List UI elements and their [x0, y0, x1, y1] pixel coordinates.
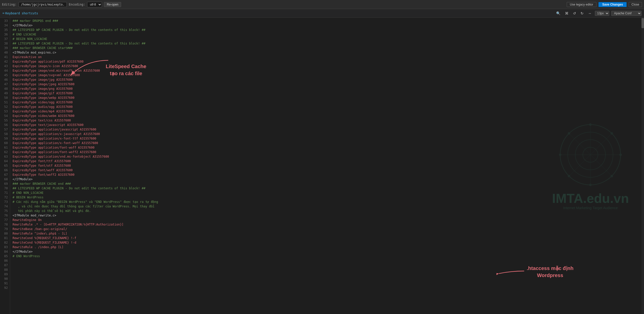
font-size-select[interactable]: 13px 12px 14px 16px [595, 11, 609, 16]
line-number: 37 [2, 37, 8, 41]
line-number: 56 [2, 123, 8, 127]
code-line: </IfModule> [13, 177, 641, 182]
line-number: 74 [2, 204, 8, 209]
code-line: # BEGIN NON_LSCACHE [13, 37, 641, 41]
code-line: ExpiresByType font/ttf A31557600 [13, 159, 641, 163]
line-number: 68 [2, 177, 8, 182]
search-icon[interactable]: 🔍 [555, 11, 562, 16]
code-line: ExpiresByType image/jpg A31557600 [13, 77, 641, 82]
code-line: ExpiresByType image/x-icon A31557600 [13, 64, 641, 68]
code-line: , và chỉ nên được thay đổi thông qua các… [13, 204, 641, 209]
code-line: <IfModule mod_rewrite.c> [13, 213, 641, 218]
code-line: ExpiresByType application/font-woff2 A31… [13, 150, 641, 154]
line-number: 46 [2, 77, 8, 82]
code-line: ExpiresByType video/webm A31557600 [13, 114, 641, 118]
line-number: 69 [2, 182, 8, 186]
line-number: 85 [2, 254, 8, 258]
code-line: ExpiresActive on [13, 55, 641, 59]
code-line: RewriteRule ^index\.php$ - [L] [13, 231, 641, 236]
code-line: ExpiresByType image/webp A31557600 [13, 96, 641, 100]
code-line: tới phần này có thể sẽ bị mất và ghi đè. [13, 209, 641, 213]
line-number: 44 [2, 68, 8, 73]
code-line: </IfModule> [13, 249, 641, 254]
line-number: 60 [2, 141, 8, 145]
code-line: RewriteRule . /index.php [L] [13, 245, 641, 249]
code-line: ExpiresByType video/ogg A31557600 [13, 100, 641, 105]
line-number: 59 [2, 136, 8, 141]
code-line: ExpiresByType audio/ogg A31557600 [13, 105, 641, 109]
keyboard-shortcuts-link[interactable]: Keyboard shortcuts [3, 12, 38, 15]
code-line: ExpiresByType video/mp4 A31557600 [13, 109, 641, 114]
scrollbar-thumb[interactable] [641, 18, 644, 28]
code-line: </IfModule> [13, 23, 641, 28]
line-number: 45 [2, 73, 8, 77]
line-number: 40 [2, 50, 8, 55]
line-number: 34 [2, 23, 8, 28]
scrollbar-vertical[interactable] [641, 18, 644, 314]
code-line: ExpiresByType application/font-woff A315… [13, 145, 641, 150]
line-number: 49 [2, 91, 8, 96]
line-number: 89 [2, 272, 8, 277]
code-line: ## LITESPEED WP CACHE PLUGIN - Do not ed… [13, 186, 641, 191]
code-line: RewriteCond %{REQUEST_FILENAME} !-d [13, 240, 641, 245]
line-number: 77 [2, 218, 8, 222]
code-line: ExpiresByType image/png A31557600 [13, 86, 641, 91]
line-number: 33 [2, 19, 8, 23]
encoding-select[interactable]: utf-8 [87, 2, 102, 7]
code-line: ExpiresByType image/vnd.microsoft.icon A… [13, 68, 641, 73]
code-line: ## LITESPEED WP CACHE PLUGIN - Do not ed… [13, 41, 641, 46]
line-number: 84 [2, 249, 8, 254]
line-number: 62 [2, 150, 8, 154]
line-number: 52 [2, 105, 8, 109]
reopen-button[interactable]: Re-open [104, 2, 121, 7]
line-number: 83 [2, 245, 8, 249]
line-number: 61 [2, 145, 8, 150]
line-number: 66 [2, 168, 8, 172]
code-line: # END WordPress [13, 254, 641, 258]
line-number: 90 [2, 277, 8, 281]
code-line: ExpiresByType application/javascript A31… [13, 127, 641, 132]
code-line: # BEGIN WordPress [13, 195, 641, 200]
line-number: 42 [2, 59, 8, 64]
line-number: 73 [2, 200, 8, 204]
line-number: 86 [2, 258, 8, 263]
redo-icon[interactable]: ↻ [579, 11, 585, 16]
code-line: ExpiresByType application/vnd.ms-fontobj… [13, 154, 641, 159]
line-number: 80 [2, 231, 8, 236]
code-line: ExpiresByType image/jpeg A31557600 [13, 82, 641, 86]
line-number: 48 [2, 86, 8, 91]
wrap-icon[interactable]: ↔ [587, 11, 593, 16]
line-number: 82 [2, 240, 8, 245]
code-line: RewriteEngine On [13, 218, 641, 222]
undo-icon[interactable]: ↺ [572, 11, 577, 16]
code-line: RewriteCond %{REQUEST_FILENAME} !-f [13, 236, 641, 240]
line-number: 53 [2, 109, 8, 114]
line-number: 72 [2, 195, 8, 200]
line-number: 63 [2, 154, 8, 159]
code-line: ExpiresByType image/gif A31557600 [13, 91, 641, 96]
language-select[interactable]: Apache Conf Plain Text PHP JavaScript [611, 11, 641, 16]
legacy-editor-button[interactable]: Use legacy editor [567, 2, 597, 7]
line-number: 78 [2, 222, 8, 227]
file-path: /home/jgcjrpvz/maixepto. [19, 2, 67, 7]
close-button[interactable]: Close [629, 2, 642, 7]
code-line: ExpiresByType image/svg+xml A31557600 [13, 73, 641, 77]
line-number: 64 [2, 159, 8, 163]
line-number: 92 [2, 286, 8, 290]
save-changes-button[interactable]: Save Changes [598, 2, 627, 7]
code-line: ExpiresByType text/css A31557600 [13, 118, 641, 123]
code-line: ExpiresByType font/otf A31557600 [13, 163, 641, 168]
line-number: 35 [2, 28, 8, 32]
line-number: 88 [2, 267, 8, 272]
line-number: 50 [2, 96, 8, 100]
top-toolbar: Editing: /home/jgcjrpvz/maixepto. Encodi… [0, 0, 644, 9]
line-number: 41 [2, 55, 8, 59]
terminal-icon[interactable]: ⌘ [564, 11, 570, 16]
line-number: 75 [2, 209, 8, 213]
line-number: 70 [2, 186, 8, 191]
code-line: ExpiresByType application/pdf A31557600 [13, 59, 641, 64]
code-line: ## LITESPEED WP CACHE PLUGIN - Do not ed… [13, 28, 641, 32]
code-editor[interactable]: ### marker DROPQS end ###</IfModule>## L… [10, 18, 644, 314]
code-line: <IfModule mod_expires.c> [13, 50, 641, 55]
code-line: ExpiresByType application/x-font-ttf A31… [13, 136, 641, 141]
